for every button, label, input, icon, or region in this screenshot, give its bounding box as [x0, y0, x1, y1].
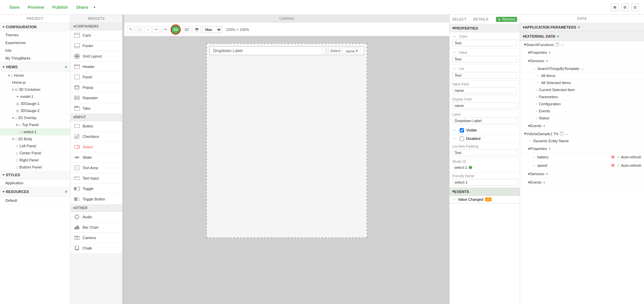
- status-item[interactable]: › Status: [520, 115, 644, 122]
- mythingmarks-item[interactable]: My ThingMarks: [0, 54, 70, 62]
- 3dgauge1-item[interactable]: ◎ 3DGauge-1: [0, 100, 70, 107]
- resources-section[interactable]: ▾ RESOURCES +: [0, 187, 70, 197]
- 2doverlay-item[interactable]: ▾ □ 2D Overlay: [0, 114, 70, 121]
- remove-button[interactable]: ● Remove: [496, 17, 517, 22]
- default-item[interactable]: Default: [0, 197, 70, 204]
- widget-textinput[interactable]: Text Input: [71, 173, 122, 184]
- canvas-dropdown-widget[interactable]: Dropdown Label Select name ▾: [210, 46, 364, 55]
- allselecteditems-item[interactable]: ← All Selected Items: [520, 79, 644, 86]
- widget-gridlayout[interactable]: Grid Layout: [71, 51, 122, 62]
- styles-section[interactable]: ▾ STYLES: [0, 171, 70, 179]
- widget-repeater[interactable]: Repeater: [71, 93, 122, 103]
- value-input[interactable]: [452, 56, 517, 63]
- widget-toggle[interactable]: Toggle: [71, 184, 122, 194]
- class-input[interactable]: [452, 40, 517, 46]
- view-mode-1[interactable]: ⊞: [611, 4, 618, 11]
- sf-services-add[interactable]: +: [546, 58, 548, 64]
- widget-slider[interactable]: Slider: [71, 152, 122, 163]
- listitempadding-input[interactable]: [452, 149, 517, 156]
- 3dgauge2-item[interactable]: ◎ 3DGauge-2: [0, 107, 70, 114]
- leftpanel-item[interactable]: □ Left Panel: [0, 143, 70, 150]
- size-select[interactable]: Max 100% 75%: [202, 26, 222, 33]
- 2dbody-item[interactable]: ▾ □ 2D Body: [0, 136, 70, 143]
- widget-card[interactable]: Card: [71, 30, 122, 41]
- vuf-properties-item[interactable]: ▾ Properties +: [520, 145, 644, 153]
- events-sub-item[interactable]: › Events: [520, 108, 644, 115]
- configuration-item[interactable]: › Configuration: [520, 101, 644, 108]
- vuf-events-add[interactable]: +: [543, 180, 546, 185]
- home-item[interactable]: ▾ □ Home →: [0, 72, 70, 79]
- widget-select[interactable]: Select: [71, 142, 122, 152]
- export-btn[interactable]: ⬒: [193, 26, 201, 33]
- disabled-checkbox[interactable]: [460, 137, 464, 141]
- select-overlay[interactable]: Select: [322, 48, 343, 54]
- app-params-section[interactable]: ▾ APPLICATION PARAMETERS +: [520, 23, 644, 32]
- select1-item[interactable]: □ select-1: [0, 128, 70, 136]
- parameters-item[interactable]: › Parameters: [520, 93, 644, 101]
- battery-item[interactable]: ← battery ✕ ✓ Auto-refresh: [520, 153, 644, 161]
- widget-checkbox[interactable]: Checkbox: [71, 131, 122, 142]
- share-dropdown[interactable]: Share ▾: [72, 3, 95, 11]
- widget-textarea[interactable]: T Text Area: [71, 163, 122, 173]
- currentselecteditem-item[interactable]: › Current Selected Item: [520, 86, 644, 93]
- vuforia-dash[interactable]: —: [565, 132, 569, 136]
- rect-tool[interactable]: □: [136, 26, 143, 33]
- displayfield-input[interactable]: [452, 102, 517, 109]
- vuf-properties-add[interactable]: +: [548, 146, 551, 151]
- preview-button[interactable]: Preview: [24, 3, 48, 11]
- widget-chalk[interactable]: Chalk: [71, 243, 122, 254]
- model1-item[interactable]: ✦ model-1: [0, 93, 70, 100]
- undo-btn[interactable]: ↩: [152, 26, 160, 33]
- homejs-item[interactable]: Home.js: [0, 79, 70, 86]
- external-data-add[interactable]: +: [557, 34, 559, 39]
- friendlyname-input[interactable]: [452, 179, 517, 186]
- rightpanel-item[interactable]: □ Right Panel: [0, 157, 70, 164]
- share-button[interactable]: Share: [72, 3, 92, 11]
- searchthingsbytemplate-item[interactable]: → SearchThingsByTemplate —: [520, 65, 644, 72]
- widget-panel[interactable]: Panel: [71, 72, 122, 82]
- sf-events-item[interactable]: ▾ Events +: [520, 122, 644, 130]
- dynamic-entity-item[interactable]: → Dynamic Entity Name: [520, 138, 644, 145]
- widget-togglebutton[interactable]: Toggle Button: [71, 194, 122, 204]
- sbt-dash[interactable]: —: [581, 67, 584, 71]
- themes-item[interactable]: Themes: [0, 31, 70, 39]
- publish-button[interactable]: Publish: [48, 3, 72, 11]
- vuf-services-add[interactable]: +: [546, 171, 548, 177]
- redo-btn[interactable]: ↪: [162, 26, 169, 33]
- sf-services-item[interactable]: ▾ Services +: [520, 57, 644, 65]
- centerpanel-item[interactable]: □ Center Panel: [0, 150, 70, 157]
- vuf-services-item[interactable]: ▾ Services +: [520, 170, 644, 178]
- searchfunctions-dash[interactable]: —: [561, 43, 564, 47]
- battery-x[interactable]: ✕: [611, 154, 615, 160]
- 3dcontainer-item[interactable]: ▾ ⊡ 3D Container: [0, 86, 70, 93]
- widget-popup[interactable]: Popup: [71, 82, 122, 93]
- vuf-events-item[interactable]: ▾ Events +: [520, 178, 644, 187]
- app-params-add[interactable]: +: [578, 25, 580, 30]
- bottompanel-item[interactable]: □ Bottom Panel: [0, 164, 70, 171]
- minus-tool[interactable]: −: [144, 26, 151, 33]
- vuforia-item[interactable]: ▾ VuforiaSample1.TH —: [520, 130, 644, 138]
- list-input[interactable]: [452, 72, 517, 79]
- sf-properties-add[interactable]: +: [548, 50, 551, 55]
- pointer-tool[interactable]: ↖: [127, 26, 135, 33]
- label-input[interactable]: [452, 117, 517, 124]
- views-section[interactable]: ▾ VIEWS +: [0, 62, 70, 72]
- widget-camera[interactable]: Camera: [71, 233, 122, 243]
- 3d-btn[interactable]: 3D: [182, 26, 191, 33]
- info-item[interactable]: Info: [0, 47, 70, 54]
- widget-header[interactable]: Header: [71, 62, 122, 72]
- valuefield-input[interactable]: [452, 87, 517, 94]
- application-item[interactable]: Application: [0, 179, 70, 187]
- view-mode-3[interactable]: ⊡: [631, 4, 639, 11]
- speed-x[interactable]: ✕: [611, 163, 615, 168]
- view-mode-2[interactable]: ⊟: [621, 4, 629, 11]
- widget-button[interactable]: Button: [71, 121, 122, 131]
- searchfunctions-item[interactable]: ▾ SearchFunctions —: [520, 41, 644, 48]
- widget-footer[interactable]: Footer: [71, 41, 122, 51]
- resources-add-btn[interactable]: +: [65, 189, 67, 194]
- widget-tabs[interactable]: Tabs: [71, 103, 122, 114]
- allitems-item[interactable]: ← All Items: [520, 72, 644, 79]
- speed-item[interactable]: ← speed ✕ ✓ Auto-refresh: [520, 161, 644, 170]
- widget-audio[interactable]: ♪ Audio: [71, 212, 122, 222]
- 2d-btn[interactable]: 2D: [171, 25, 181, 35]
